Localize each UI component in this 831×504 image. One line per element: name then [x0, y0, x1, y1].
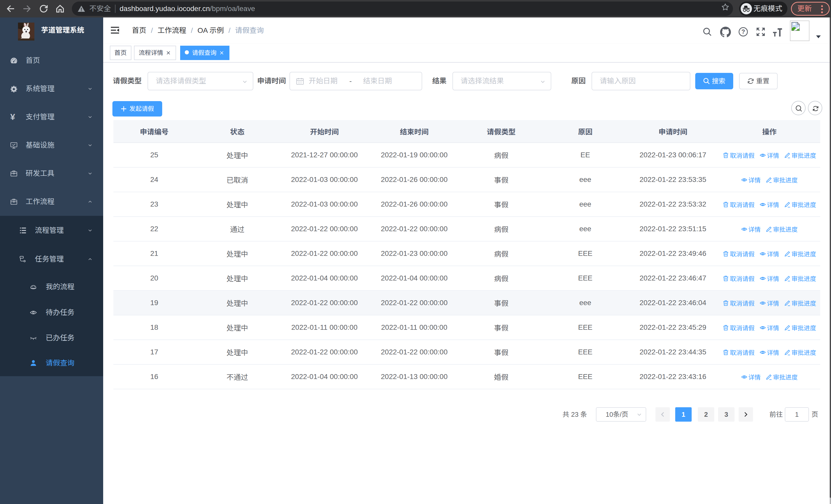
svg-text:?: ?: [741, 28, 745, 35]
